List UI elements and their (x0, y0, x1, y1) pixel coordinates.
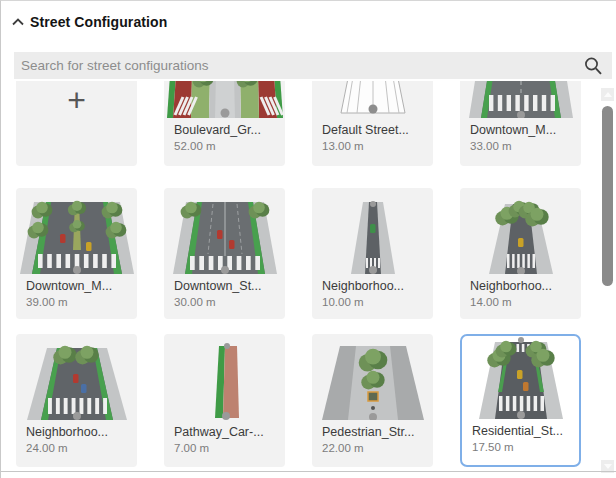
tile-name: Pathway_Car-... (174, 425, 285, 439)
street-config-tile-pedestrian22[interactable]: Pedestrian_Str...22.00 m (312, 334, 433, 467)
street-thumbnail (312, 334, 433, 420)
search-box (14, 52, 612, 79)
tile-name: Residential_St... (472, 424, 579, 438)
street-thumbnail (312, 188, 433, 274)
tile-width: 30.00 m (174, 296, 285, 308)
street-config-grid: +Boulevard_Gr...52.00 mDefault Street...… (1, 81, 601, 472)
tile-width: 22.00 m (322, 442, 433, 454)
street-config-tile-narrow10[interactable]: Neighborhoo...10.00 m (312, 188, 433, 319)
tile-width: 10.00 m (322, 296, 433, 308)
section-header: Street Configuration (1, 11, 167, 33)
street-config-tile-downtown33[interactable]: Downtown_M...33.00 m (460, 81, 581, 166)
tile-width: 52.00 m (174, 140, 285, 152)
street-config-tile-trees14[interactable]: Neighborhoo...14.00 m (460, 188, 581, 319)
tile-width: 39.00 m (26, 296, 137, 308)
street-thumbnail (462, 336, 579, 419)
tile-width: 7.00 m (174, 442, 285, 454)
street-config-tile-downtown30[interactable]: Downtown_St...30.00 m (164, 188, 285, 319)
section-title: Street Configuration (30, 14, 167, 30)
street-thumbnail (164, 188, 285, 274)
street-thumbnail (16, 334, 137, 420)
tile-name: Downtown_M... (470, 123, 581, 137)
tile-name: Neighborhoo... (26, 425, 137, 439)
tile-width: 17.50 m (472, 441, 579, 453)
street-config-tile-pathway7[interactable]: Pathway_Car-...7.00 m (164, 334, 285, 467)
street-config-tile-downtown39[interactable]: Downtown_M...39.00 m (16, 188, 137, 319)
grid-row: +Boulevard_Gr...52.00 mDefault Street...… (16, 81, 601, 166)
plus-icon: + (16, 81, 137, 119)
tile-name: Pedestrian_Str... (322, 425, 433, 439)
tile-name: Neighborhoo... (470, 279, 581, 293)
scroll-up-button[interactable] (601, 88, 614, 101)
grid-row: Neighborhoo...24.00 mPathway_Car-...7.00… (16, 334, 601, 467)
bottom-separator (1, 471, 616, 472)
street-config-tile-wireframe[interactable]: Default Street...13.00 m (312, 81, 433, 166)
street-config-tile-green24[interactable]: Neighborhoo...24.00 m (16, 334, 137, 467)
street-config-tile-boulevard[interactable]: Boulevard_Gr...52.00 m (164, 81, 285, 166)
street-thumbnail (312, 81, 433, 118)
search-input[interactable] (14, 58, 582, 73)
street-thumbnail (16, 188, 137, 274)
collapse-chevron-up-icon[interactable] (11, 15, 25, 29)
tile-width: 14.00 m (470, 296, 581, 308)
scrollbar-thumb[interactable] (602, 106, 613, 286)
tile-width: 33.00 m (470, 140, 581, 152)
search-icon[interactable] (582, 55, 604, 77)
grid-row: Downtown_M...39.00 mDowntown_St...30.00 … (16, 188, 601, 319)
street-config-tile-residential17[interactable]: Residential_St...17.50 m (460, 334, 581, 467)
tile-name: Downtown_St... (174, 279, 285, 293)
street-thumbnail (460, 81, 581, 118)
street-configuration-panel: Street Configuration +Boulevard_Gr...52.… (0, 0, 616, 478)
tile-name: Default Street... (322, 123, 433, 137)
tile-name: Downtown_M... (26, 279, 137, 293)
tile-name: Boulevard_Gr... (174, 123, 285, 137)
tile-width: 24.00 m (26, 442, 137, 454)
tile-width: 13.00 m (322, 140, 433, 152)
street-thumbnail (460, 188, 581, 274)
street-thumbnail (164, 81, 285, 118)
street-thumbnail (164, 334, 285, 420)
add-street-configuration-tile[interactable]: + (16, 81, 137, 166)
tile-name: Neighborhoo... (322, 279, 433, 293)
